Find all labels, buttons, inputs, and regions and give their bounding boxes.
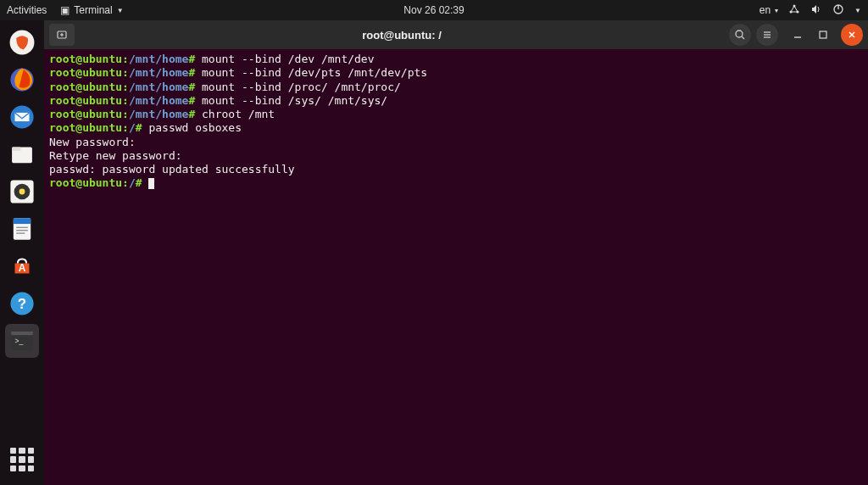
power-icon[interactable] bbox=[832, 3, 844, 18]
search-button[interactable] bbox=[729, 24, 751, 46]
close-button[interactable] bbox=[841, 24, 863, 46]
network-icon[interactable] bbox=[788, 3, 800, 17]
terminal-line: root@ubuntu:/mnt/home# mount --bind /sys… bbox=[49, 94, 863, 108]
terminal-viewport[interactable]: root@ubuntu:/mnt/home# mount --bind /dev… bbox=[44, 49, 868, 485]
terminal-icon: ▣ bbox=[60, 4, 70, 16]
terminal-line: root@ubuntu:/# passwd osboxes bbox=[49, 121, 863, 135]
dock-item-terminal[interactable]: >_ bbox=[5, 324, 39, 358]
dock-item-writer[interactable] bbox=[5, 212, 39, 246]
input-source[interactable]: en ▾ bbox=[760, 4, 778, 16]
terminal-line: root@ubuntu:/mnt/home# chroot /mnt bbox=[49, 108, 863, 121]
terminal-line: root@ubuntu:/mnt/home# mount --bind /dev… bbox=[49, 53, 863, 66]
terminal-window: root@ubuntu: / root@ubuntu:/mnt/home# mo… bbox=[44, 20, 868, 485]
terminal-line: passwd: password updated successfully bbox=[49, 163, 863, 176]
clock[interactable]: Nov 26 02:39 bbox=[403, 4, 464, 16]
svg-rect-33 bbox=[820, 31, 826, 38]
titlebar: root@ubuntu: / bbox=[44, 20, 868, 49]
dock-item-files[interactable] bbox=[5, 137, 39, 171]
terminal-line: New password: bbox=[49, 136, 863, 149]
svg-rect-22 bbox=[11, 332, 33, 335]
terminal-line: root@ubuntu:/# bbox=[49, 176, 863, 190]
maximize-button[interactable] bbox=[815, 27, 831, 42]
svg-line-28 bbox=[742, 36, 744, 39]
svg-point-27 bbox=[736, 31, 743, 37]
activities-button[interactable]: Activities bbox=[7, 4, 47, 16]
volume-icon[interactable] bbox=[810, 3, 822, 18]
dock-item-firefox[interactable] bbox=[5, 63, 39, 97]
show-applications-button[interactable] bbox=[5, 443, 39, 477]
dock-item-help[interactable]: ? bbox=[5, 287, 39, 321]
minimize-button[interactable] bbox=[790, 27, 805, 42]
top-panel: Activities ▣ Terminal ▼ Nov 26 02:39 en … bbox=[0, 0, 868, 20]
svg-text:>_: >_ bbox=[15, 337, 24, 345]
svg-text:?: ? bbox=[18, 296, 26, 312]
app-menu[interactable]: ▣ Terminal ▼ bbox=[60, 4, 123, 16]
dock-item-rhythmbox[interactable] bbox=[5, 175, 39, 209]
terminal-line: root@ubuntu:/mnt/home# mount --bind /dev… bbox=[49, 66, 863, 80]
dock: A ? >_ bbox=[0, 20, 44, 485]
dock-item-software[interactable]: A bbox=[5, 249, 39, 283]
grid-icon bbox=[10, 448, 34, 471]
svg-point-12 bbox=[19, 189, 25, 195]
dock-item-thunderbird[interactable] bbox=[5, 100, 39, 134]
svg-rect-9 bbox=[12, 148, 20, 151]
system-menu-chevron[interactable]: ▼ bbox=[854, 7, 861, 14]
chevron-down-icon: ▼ bbox=[117, 7, 124, 14]
dock-item-ubiquity[interactable] bbox=[5, 25, 39, 59]
svg-text:A: A bbox=[19, 262, 26, 274]
terminal-line: Retype new password: bbox=[49, 149, 863, 163]
svg-rect-14 bbox=[14, 218, 31, 224]
terminal-cursor bbox=[148, 178, 154, 189]
window-title: root@ubuntu: / bbox=[80, 29, 724, 42]
terminal-line: root@ubuntu:/mnt/home# mount --bind /pro… bbox=[49, 81, 863, 94]
menu-button[interactable] bbox=[756, 24, 778, 46]
new-tab-button[interactable] bbox=[49, 24, 75, 46]
app-menu-label: Terminal bbox=[74, 4, 112, 16]
chevron-down-icon: ▾ bbox=[775, 7, 778, 14]
